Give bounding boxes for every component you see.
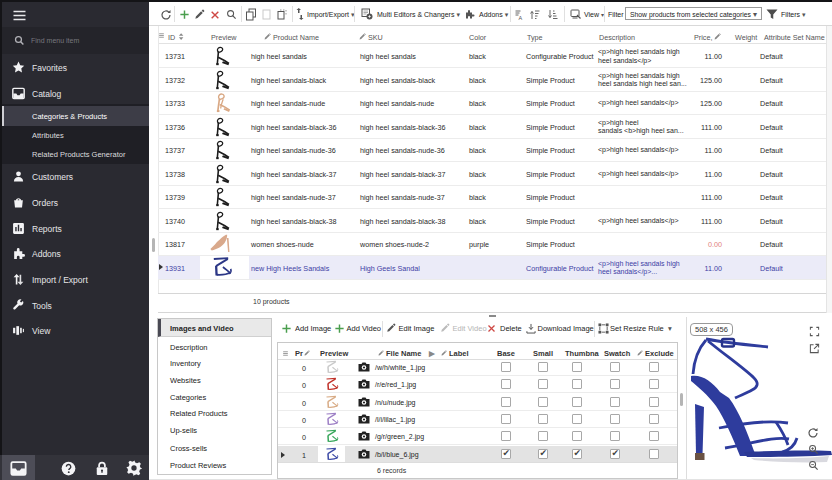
- svg-text:A: A: [519, 15, 523, 21]
